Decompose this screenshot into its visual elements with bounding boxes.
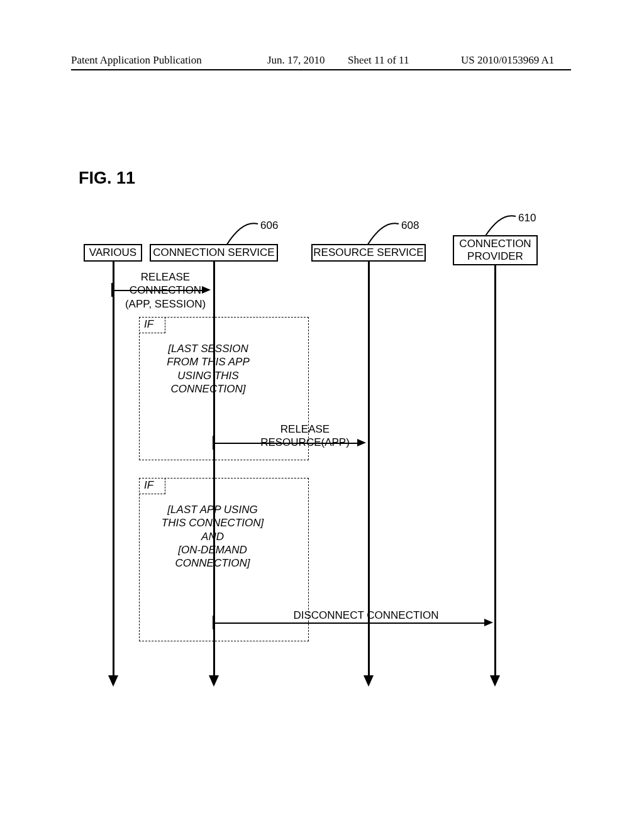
lifeline-various-label: VARIOUS	[89, 246, 136, 259]
ref-leader-610	[484, 213, 519, 238]
lifeline-connection-provider-label-1: CONNECTION	[459, 238, 531, 250]
arrow-release-connection	[114, 290, 202, 291]
lifeline-connection-service: CONNECTION SERVICE	[150, 244, 278, 262]
lifeline-line-connection-provider	[494, 265, 496, 677]
lifeline-resource-service-label: RESOURCE SERVICE	[313, 246, 423, 259]
lifeline-connection-service-label: CONNECTION SERVICE	[153, 246, 274, 259]
arrow-down-icon	[108, 675, 118, 687]
ref-608: 608	[401, 219, 419, 232]
msg-disconnect: DISCONNECT CONNECTION	[272, 609, 460, 622]
lifeline-line-various	[113, 262, 114, 677]
ref-606: 606	[260, 219, 278, 232]
tick-source	[111, 283, 113, 297]
header-pubnum: US 2010/0153969 A1	[461, 54, 554, 67]
arrow-head-icon	[484, 619, 493, 626]
arrow-down-icon	[364, 675, 374, 687]
arrow-head-icon	[357, 439, 366, 446]
lifeline-connection-provider: CONNECTION PROVIDER	[453, 235, 538, 265]
header-rule	[71, 69, 571, 70]
tick-source	[213, 436, 214, 450]
if-tag-2: IF	[139, 478, 165, 494]
figure-label: FIG. 11	[79, 169, 135, 188]
header-left: Patent Application Publication	[71, 54, 202, 67]
ref-610: 610	[518, 212, 536, 224]
ref-leader-608	[367, 220, 402, 245]
arrow-head-icon	[202, 286, 211, 294]
lifeline-resource-service: RESOURCE SERVICE	[311, 244, 426, 262]
arrow-down-icon	[209, 675, 219, 687]
header-date: Jun. 17, 2010	[267, 54, 325, 67]
lifeline-various: VARIOUS	[84, 244, 142, 262]
ref-leader-606	[226, 220, 261, 245]
cond1-text: [LAST SESSION FROM THIS APP USING THIS C…	[155, 342, 262, 396]
lifeline-connection-provider-label-2: PROVIDER	[467, 250, 523, 263]
header-sheet: Sheet 11 of 11	[348, 54, 409, 67]
arrow-down-icon	[490, 675, 500, 687]
tick-source	[213, 616, 214, 629]
arrow-release-resource	[214, 443, 357, 444]
cond2-text: [LAST APP USING THIS CONNECTION] AND [ON…	[150, 503, 275, 570]
if-tag-1: IF	[139, 317, 165, 333]
msg-release-resource: RELEASE RESOURCE(APP)	[252, 423, 358, 450]
arrow-disconnect	[214, 622, 484, 624]
